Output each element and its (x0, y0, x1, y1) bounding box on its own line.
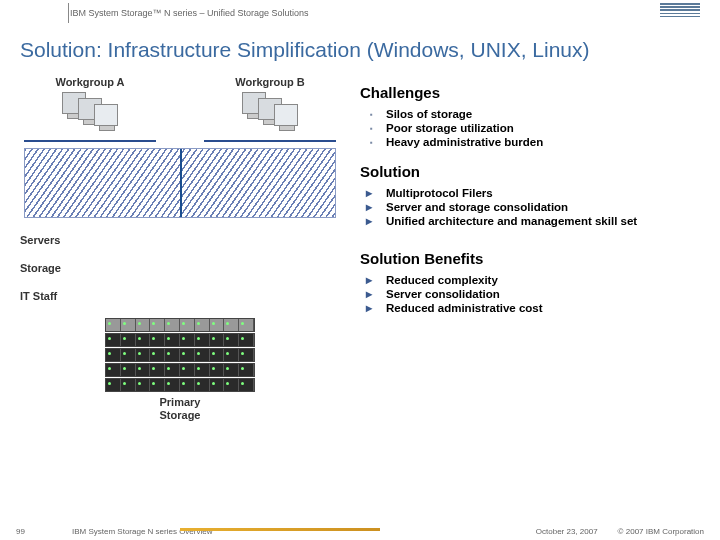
slide-title: Solution: Infrastructure Simplification … (0, 26, 720, 76)
list-item: Reduced administrative cost (360, 301, 700, 315)
benefits-list: Reduced complexity Server consolidation … (360, 273, 700, 315)
list-item: Server consolidation (360, 287, 700, 301)
workgroup-b: Workgroup B (200, 76, 340, 142)
benefits-heading: Solution Benefits (360, 250, 700, 267)
slide-content: Workgroup A Workgroup B Servers Storage … (0, 76, 720, 422)
list-item: Reduced complexity (360, 273, 700, 287)
slide-footer: 99 IBM System Storage N series Overview … (0, 522, 720, 540)
list-item: Poor storage utilization (360, 121, 700, 135)
header-subtitle: IBM System Storage™ N series – Unified S… (70, 8, 309, 18)
ibm-logo-icon (660, 3, 700, 23)
computer-cluster-icon (200, 92, 340, 136)
workgroup-b-label: Workgroup B (200, 76, 340, 88)
header-divider (68, 3, 69, 23)
vertical-connector (180, 149, 182, 217)
itstaff-label: IT Staff (20, 290, 340, 302)
solution-list: Multiprotocol Filers Server and storage … (360, 186, 700, 228)
solution-heading: Solution (360, 163, 700, 180)
storage-rack-icon (105, 318, 255, 392)
list-item: Unified architecture and management skil… (360, 214, 700, 228)
workgroup-a-label: Workgroup A (20, 76, 160, 88)
workgroup-a: Workgroup A (20, 76, 160, 142)
list-item: Heavy administrative burden (360, 135, 700, 149)
challenges-heading: Challenges (360, 84, 700, 101)
primary-storage-label: Primary Storage (20, 396, 340, 422)
hatched-area-icon (24, 148, 336, 218)
footer-date: October 23, 2007 (536, 527, 598, 536)
page-number: 99 (16, 527, 56, 536)
network-line (204, 140, 336, 142)
challenges-list: Silos of storage Poor storage utilizatio… (360, 107, 700, 149)
list-item: Silos of storage (360, 107, 700, 121)
computer-cluster-icon (20, 92, 160, 136)
servers-label: Servers (20, 234, 340, 246)
storage-label: Storage (20, 262, 340, 274)
list-item: Server and storage consolidation (360, 200, 700, 214)
slide-header: IBM System Storage™ N series – Unified S… (0, 0, 720, 26)
diagram-column: Workgroup A Workgroup B Servers Storage … (20, 76, 340, 422)
text-column: Challenges Silos of storage Poor storage… (360, 76, 700, 422)
list-item: Multiprotocol Filers (360, 186, 700, 200)
footer-accent-bar (180, 528, 380, 531)
footer-copyright: © 2007 IBM Corporation (618, 527, 704, 536)
network-line (24, 140, 156, 142)
